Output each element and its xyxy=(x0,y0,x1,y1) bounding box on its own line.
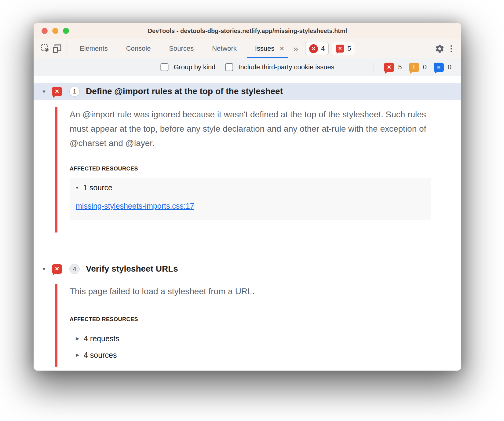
exclamation-glyph: ! xyxy=(413,64,415,71)
lines-glyph: ≡ xyxy=(437,64,440,71)
affected-resources-heading: AFFECTED RESOURCES xyxy=(70,316,461,323)
tab-console[interactable]: Console xyxy=(117,39,160,58)
close-window-button[interactable] xyxy=(42,28,48,34)
issue-details: This page failed to load a stylesheet fr… xyxy=(34,284,461,368)
dot xyxy=(451,48,452,49)
issue-flag-icon: ✕ xyxy=(52,264,62,274)
sources-expander[interactable]: ▶ 4 sources xyxy=(76,350,461,361)
tab-label: Network xyxy=(212,45,237,53)
window-title: DevTools - devtools-dbg-stories.netlify.… xyxy=(148,27,347,35)
devtools-window: DevTools - devtools-dbg-stories.netlify.… xyxy=(34,23,461,371)
caret-down-icon[interactable]: ▼ xyxy=(40,89,48,94)
issues-count: 5 xyxy=(347,45,351,53)
tab-label: Elements xyxy=(80,45,108,53)
affected-resources-heading: AFFECTED RESOURCES xyxy=(70,166,461,172)
warning-flag-icon: ! xyxy=(409,63,419,72)
issue-kind-counts: ✕ 5 ! 0 ≡ 0 xyxy=(374,62,461,72)
caret-down-icon: ▼ xyxy=(75,185,80,190)
caret-right-icon: ▶ xyxy=(76,336,81,341)
chevron-double-right-icon: » xyxy=(293,43,298,54)
issue-severity-bar xyxy=(55,107,57,232)
device-toolbar-button[interactable] xyxy=(51,43,63,54)
toolbar-separator xyxy=(430,43,430,54)
tab-label: Console xyxy=(126,45,151,53)
toolbar-separator xyxy=(67,43,67,54)
tab-elements[interactable]: Elements xyxy=(71,39,117,58)
group-by-kind-checkbox[interactable] xyxy=(160,63,168,71)
sources-expander[interactable]: ▼ 1 source xyxy=(75,182,426,193)
issue-title: Define @import rules at the top of the s… xyxy=(86,86,283,96)
issue-description: This page failed to load a stylesheet fr… xyxy=(70,284,430,298)
info-kind-count: 0 xyxy=(448,63,451,71)
tab-network[interactable]: Network xyxy=(203,39,246,58)
console-errors-badge[interactable]: ✕ 4 xyxy=(305,42,329,55)
expander-label: 4 sources xyxy=(84,351,117,360)
error-count: 4 xyxy=(321,45,325,53)
warning-kind-count: 0 xyxy=(423,63,427,71)
expander-label: 1 source xyxy=(83,183,112,192)
group-by-kind-control[interactable]: Group by kind xyxy=(160,63,215,71)
third-party-cookie-checkbox[interactable] xyxy=(225,63,233,71)
affected-resources-box: ▼ 1 source missing-stylesheets-imports.c… xyxy=(70,178,431,220)
issue-header-verify-stylesheets[interactable]: ▼ ✕ 4 Verify stylesheet URLs xyxy=(34,260,461,277)
issue-header-import-rules[interactable]: ▼ ✕ 1 Define @import rules at the top of… xyxy=(34,83,461,100)
expander-label: 4 requests xyxy=(84,334,119,343)
device-toolbar-icon xyxy=(52,43,62,54)
minimize-window-button[interactable] xyxy=(52,28,58,34)
tab-issues[interactable]: Issues ✕ xyxy=(246,39,289,58)
issue-import-rules: ▼ ✕ 1 Define @import rules at the top of… xyxy=(34,83,461,232)
issue-flag-icon: ✕ xyxy=(52,87,62,96)
issue-count-badge: 4 xyxy=(69,264,80,274)
gear-icon xyxy=(435,44,444,53)
source-link[interactable]: missing-stylesheets-imports.css:17 xyxy=(76,202,194,210)
error-circle-icon: ✕ xyxy=(309,44,318,53)
issue-title: Verify stylesheet URLs xyxy=(86,264,178,274)
settings-button[interactable] xyxy=(434,43,445,54)
group-by-kind-label: Group by kind xyxy=(173,63,215,71)
info-flag-icon: ≡ xyxy=(434,63,444,72)
inspect-element-button[interactable] xyxy=(40,43,51,54)
inspect-cursor-icon xyxy=(40,43,51,54)
issue-details: An @import rule was ignored because it w… xyxy=(34,107,461,232)
tab-sources[interactable]: Sources xyxy=(160,39,203,58)
cross-glyph: ✕ xyxy=(55,265,59,272)
issue-count-badge: 1 xyxy=(69,86,80,97)
third-party-cookie-label: Include third-party cookie issues xyxy=(238,63,334,71)
close-tab-icon[interactable]: ✕ xyxy=(279,46,284,52)
more-options-button[interactable] xyxy=(445,43,457,54)
main-toolbar: Elements Console Sources Network Issues … xyxy=(34,39,461,58)
issue-description: An @import rule was ignored because it w… xyxy=(70,107,430,150)
toolbar-right-group xyxy=(426,39,461,58)
issues-counter-badge[interactable]: ✕ 5 xyxy=(332,42,355,55)
zoom-window-button[interactable] xyxy=(63,28,69,34)
issue-flag-icon: ✕ xyxy=(336,45,344,53)
issues-list: ▼ ✕ 1 Define @import rules at the top of… xyxy=(34,76,461,371)
affected-resources-groups: ▶ 4 requests ▶ 4 sources xyxy=(76,333,461,361)
issue-verify-stylesheets: ▼ ✕ 4 Verify stylesheet URLs This page f… xyxy=(34,260,461,368)
cross-glyph: ✕ xyxy=(55,88,59,95)
third-party-cookie-control[interactable]: Include third-party cookie issues xyxy=(225,63,334,71)
traffic-lights xyxy=(42,23,69,39)
cross-glyph: ✕ xyxy=(338,46,342,51)
requests-expander[interactable]: ▶ 4 requests xyxy=(76,333,461,344)
screen: DevTools - devtools-dbg-stories.netlify.… xyxy=(0,0,504,421)
tab-label: Sources xyxy=(169,45,194,53)
tab-label: Issues xyxy=(255,45,275,53)
error-kind-count: 5 xyxy=(398,63,402,71)
issue-severity-bar xyxy=(55,284,57,367)
caret-down-icon[interactable]: ▼ xyxy=(40,266,48,272)
filter-checkboxes: Group by kind Include third-party cookie… xyxy=(160,63,334,71)
more-tabs-button[interactable]: » xyxy=(289,39,302,58)
dot xyxy=(451,45,452,47)
cross-glyph: ✕ xyxy=(387,64,391,71)
cross-glyph: ✕ xyxy=(312,46,316,52)
error-flag-icon: ✕ xyxy=(384,63,394,72)
issues-filter-bar: Group by kind Include third-party cookie… xyxy=(34,58,461,76)
filterbar-separator xyxy=(374,62,374,72)
caret-right-icon: ▶ xyxy=(76,352,81,358)
dot xyxy=(451,51,452,52)
titlebar: DevTools - devtools-dbg-stories.netlify.… xyxy=(34,23,461,39)
